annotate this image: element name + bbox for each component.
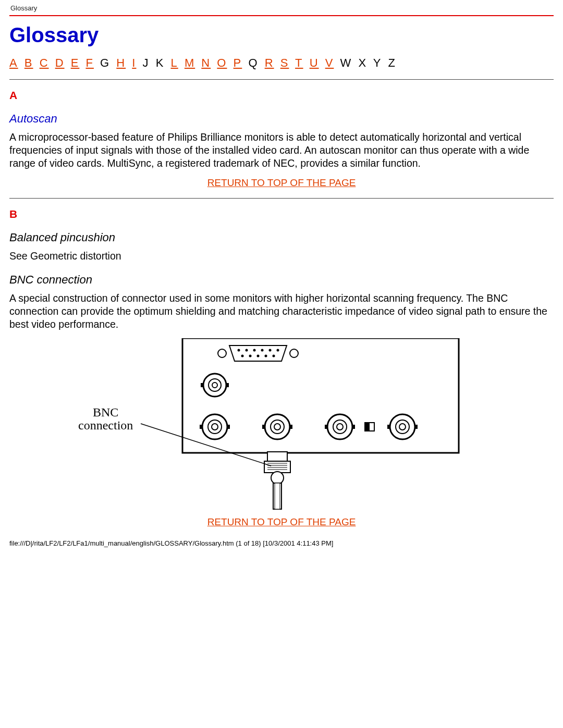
divider: [9, 79, 554, 80]
term-autoscan: Autoscan: [9, 112, 554, 126]
svg-rect-23: [227, 425, 230, 429]
alpha-letter-u[interactable]: U: [310, 56, 319, 69]
alpha-letter-c[interactable]: C: [40, 56, 49, 69]
svg-rect-28: [290, 425, 292, 429]
alpha-letter-m[interactable]: M: [185, 56, 195, 69]
section-letter-b: B: [9, 208, 554, 220]
svg-rect-37: [387, 425, 390, 429]
bnc-plug: [264, 452, 290, 509]
svg-rect-38: [415, 425, 418, 429]
alpha-letter-b[interactable]: B: [25, 56, 33, 69]
alpha-letter-s[interactable]: S: [280, 56, 289, 69]
alpha-letter-z: Z: [388, 56, 396, 69]
return-link-1[interactable]: RETURN TO TOP OF THE PAGE: [9, 177, 554, 189]
alpha-index: A B C D E F G H I J K L M N O P Q R S T …: [9, 56, 554, 70]
bnc-diagram-label: BNC connection: [78, 406, 133, 432]
svg-point-13: [290, 349, 298, 357]
alpha-letter-p[interactable]: P: [234, 56, 242, 69]
svg-point-21: [212, 424, 218, 430]
alpha-letter-k: K: [156, 56, 165, 69]
svg-rect-22: [200, 425, 202, 429]
alpha-letter-n[interactable]: N: [201, 56, 211, 69]
desc-bnc-connection: A special construction of connector used…: [9, 292, 554, 331]
svg-point-1: [238, 349, 240, 351]
bnc-diagram-svg: [83, 338, 480, 510]
divider: [9, 198, 554, 199]
alpha-letter-t[interactable]: T: [295, 56, 303, 69]
alpha-letter-h[interactable]: H: [116, 56, 126, 69]
alpha-letter-i[interactable]: I: [132, 56, 136, 69]
desc-autoscan: A microprocessor-based feature of Philip…: [9, 131, 554, 170]
term-bnc-connection: BNC connection: [9, 273, 554, 287]
alpha-letter-y: Y: [373, 56, 382, 69]
svg-point-16: [212, 382, 217, 388]
svg-point-6: [277, 349, 279, 351]
svg-rect-42: [264, 461, 290, 473]
svg-point-4: [261, 349, 264, 351]
section-letter-a: A: [9, 89, 554, 102]
return-link-2[interactable]: RETURN TO TOP OF THE PAGE: [9, 516, 554, 528]
alpha-letter-a[interactable]: A: [9, 56, 18, 69]
svg-point-10: [265, 354, 267, 357]
alpha-letter-j: J: [143, 56, 150, 69]
svg-point-7: [241, 354, 244, 357]
svg-point-5: [269, 349, 272, 351]
alpha-letter-w: W: [340, 56, 352, 69]
alpha-letter-d[interactable]: D: [55, 56, 65, 69]
bnc-diagram: BNC connection: [83, 338, 480, 512]
svg-rect-33: [352, 425, 355, 429]
alpha-letter-x: X: [358, 56, 367, 69]
svg-rect-32: [325, 425, 327, 429]
svg-rect-18: [226, 383, 229, 387]
return-top-link[interactable]: RETURN TO TOP OF THE PAGE: [207, 177, 356, 188]
alpha-letter-l[interactable]: L: [171, 56, 178, 69]
svg-point-2: [246, 349, 248, 351]
svg-point-47: [271, 472, 284, 484]
page-title: Glossary: [9, 23, 554, 47]
svg-point-9: [257, 354, 260, 357]
alpha-letter-v[interactable]: V: [325, 56, 334, 69]
alpha-letter-q: Q: [248, 56, 258, 69]
desc-balanced-pincushion: See Geometric distortion: [9, 250, 554, 263]
svg-rect-41: [267, 452, 287, 461]
alpha-letter-r[interactable]: R: [265, 56, 274, 69]
return-top-link[interactable]: RETURN TO TOP OF THE PAGE: [207, 516, 356, 527]
svg-rect-27: [262, 425, 265, 429]
svg-rect-40: [365, 423, 370, 431]
footer-path: file:///D|/rita/LF2/LF2/LFa1/multi_manua…: [9, 539, 554, 547]
page-header-small: Glossary: [10, 4, 554, 12]
alpha-letter-e[interactable]: E: [71, 56, 80, 69]
alpha-letter-g: G: [100, 56, 110, 69]
alpha-letter-o[interactable]: O: [217, 56, 227, 69]
svg-point-31: [337, 424, 343, 430]
svg-point-12: [218, 349, 226, 357]
svg-point-26: [274, 424, 280, 430]
svg-point-11: [273, 354, 275, 357]
svg-point-8: [249, 354, 252, 357]
alpha-letter-f[interactable]: F: [85, 56, 93, 69]
svg-point-36: [399, 424, 406, 430]
svg-rect-49: [275, 483, 280, 509]
term-balanced-pincushion: Balanced pincushion: [9, 231, 554, 244]
svg-point-3: [253, 349, 256, 351]
header-divider: [9, 15, 554, 16]
svg-rect-17: [201, 383, 203, 387]
